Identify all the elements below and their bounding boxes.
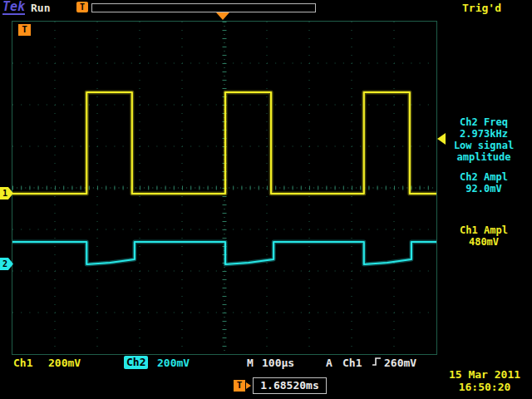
acquisition-status: Run [31, 2, 50, 14]
date-display: 15 Mar 2011 [441, 368, 529, 381]
trigger-marker-badge: T [18, 24, 31, 36]
measurement-value: 480mV [439, 236, 529, 248]
delay-readout: 1.68520ms [253, 377, 327, 394]
timebase-label: M [247, 357, 254, 369]
waveforms-layer [12, 22, 436, 354]
measurement-note: amplitude [439, 151, 529, 163]
measurement-title: Ch1 Ampl [439, 224, 529, 236]
ch1-scale-label: Ch1 [13, 357, 32, 369]
delay-t-badge: T [234, 380, 245, 392]
trigger-mode-label: A [326, 357, 332, 369]
trigger-level-value: 260mV [384, 357, 416, 369]
measurement-value: 2.973kHz [439, 128, 529, 140]
ch2-scale-value: 200mV [157, 357, 190, 369]
rising-edge-icon [372, 356, 382, 367]
measurement-note: Low signal [439, 140, 529, 151]
delay-arrow-icon [246, 382, 251, 389]
ch2-ground-marker-label: 2 [2, 259, 7, 268]
trigger-status: Trig'd [462, 2, 501, 14]
t-position-badge: T [76, 2, 88, 12]
ch1-ground-marker-label: 1 [2, 189, 7, 198]
record-view-bar [91, 3, 316, 12]
measurement-ch2-ampl: Ch2 Ampl 92.0mV [439, 171, 529, 195]
tek-logo: Tek [2, 1, 25, 15]
measurement-ch2-freq: Ch2 Freq 2.973kHz Low signal amplitude [439, 116, 529, 163]
trigger-position-arrow-icon [216, 12, 229, 20]
measurement-value: 92.0mV [439, 183, 529, 195]
measurement-title: Ch2 Freq [439, 116, 529, 128]
ch1-scale-value: 200mV [48, 357, 81, 369]
measurement-title: Ch2 Ampl [439, 171, 529, 183]
measurement-ch1-ampl: Ch1 Ampl 480mV [439, 224, 529, 248]
timebase-value: 100µs [262, 357, 294, 369]
oscilloscope-screen: Tek Run T Trig'd T 1 2 Ch2 Freq 2.973kHz… [0, 0, 532, 399]
trigger-source: Ch1 [342, 357, 362, 369]
graticule: T [12, 21, 437, 355]
ch2-scale-label: Ch2 [124, 356, 148, 369]
time-display: 16:50:20 [441, 381, 529, 393]
